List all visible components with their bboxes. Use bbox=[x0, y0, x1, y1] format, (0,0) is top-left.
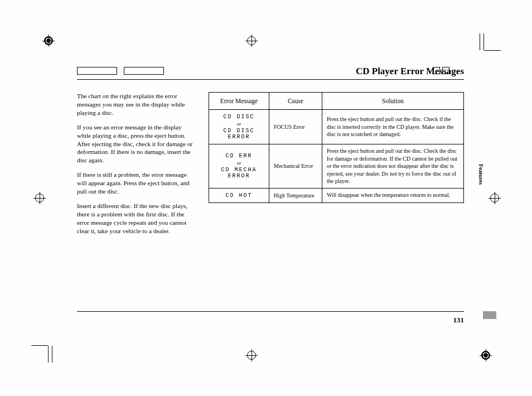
table-row: CD ERR or CD MECHA ERROR Mechanical Erro… bbox=[209, 144, 464, 189]
page-title: CD Player Error Messages bbox=[77, 66, 464, 80]
thumb-index-icon bbox=[483, 311, 496, 319]
error-message-cell: CD DISC or CD DISC ERROR bbox=[209, 110, 269, 144]
crosshair-icon bbox=[489, 192, 501, 204]
crosshair-icon bbox=[33, 192, 46, 204]
footer-rule bbox=[77, 311, 464, 312]
page-number: 131 bbox=[453, 316, 465, 325]
paragraph: If there is still a problem, the error m… bbox=[77, 171, 194, 196]
error-message-cell: CD HOT bbox=[209, 188, 269, 202]
solution-cell: Press the eject button and pull out the … bbox=[322, 144, 464, 189]
error-table: Error Message Cause Solution CD DISC or … bbox=[209, 92, 464, 203]
solution-cell: Press the eject button and pull out the … bbox=[322, 110, 464, 144]
crosshair-icon bbox=[245, 349, 258, 361]
table-row: CD HOT High Temperature Will disappear w… bbox=[209, 188, 464, 202]
cause-cell: Mechanical Error bbox=[269, 144, 322, 189]
cause-cell: FOCUS Error bbox=[269, 110, 322, 144]
paragraph: Insert a different disc. If the new disc… bbox=[77, 202, 194, 235]
table-header: Cause bbox=[269, 93, 322, 110]
cause-cell: High Temperature bbox=[269, 188, 322, 202]
table-row: CD DISC or CD DISC ERROR FOCUS Error Pre… bbox=[209, 110, 464, 144]
table-header: Solution bbox=[322, 93, 464, 110]
paragraph: The chart on the right explains the erro… bbox=[77, 92, 194, 117]
error-message-cell: CD ERR or CD MECHA ERROR bbox=[209, 144, 269, 189]
section-tab: Features bbox=[478, 164, 484, 185]
registration-mark-icon bbox=[42, 35, 55, 47]
crosshair-icon bbox=[245, 35, 258, 47]
page-content: CD Player Error Messages The chart on th… bbox=[77, 66, 464, 242]
body-text-column: The chart on the right explains the erro… bbox=[77, 92, 194, 242]
solution-cell: Will disappear when the temperature retu… bbox=[322, 188, 464, 202]
table-header: Error Message bbox=[209, 93, 269, 110]
paragraph: If you see an error message in the displ… bbox=[77, 123, 194, 165]
registration-mark-icon bbox=[480, 349, 492, 361]
error-table-container: Error Message Cause Solution CD DISC or … bbox=[209, 92, 464, 242]
